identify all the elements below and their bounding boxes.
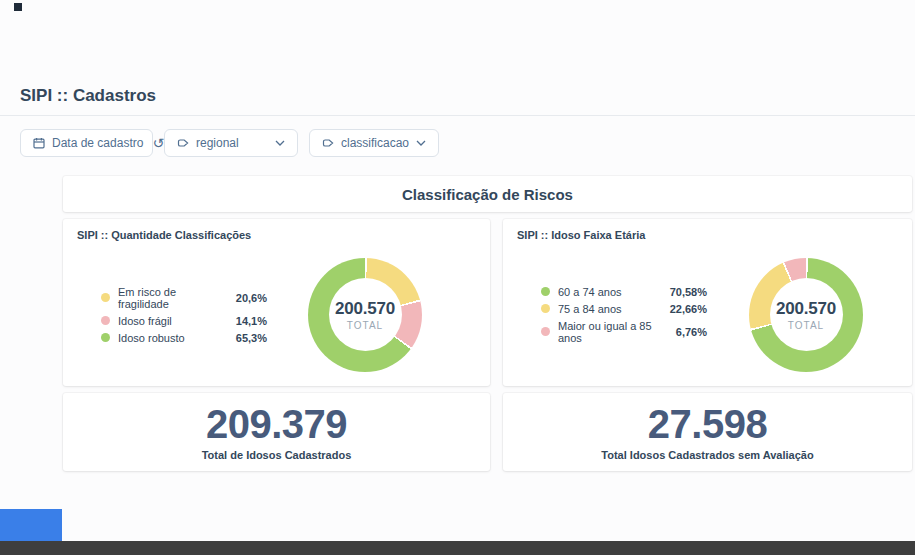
chart-legend: Em risco de fragilidade 20,6% Idoso frág… <box>101 286 267 344</box>
legend-label: 60 a 74 anos <box>558 286 664 298</box>
donut-total-label: TOTAL <box>347 320 383 331</box>
stat-value: 209.379 <box>206 403 347 445</box>
filter-bar: Data de cadastro ↺ regional classifi <box>20 129 439 157</box>
tag-icon <box>322 137 334 149</box>
legend-value: 6,76% <box>676 326 707 338</box>
legend-item: Em risco de fragilidade 20,6% <box>101 286 267 310</box>
chevron-down-icon <box>275 140 285 146</box>
bottom-left-blue-box <box>0 509 62 541</box>
legend-value: 70,58% <box>670 286 707 298</box>
chart-card-quantidade-classificacoes: SIPI :: Quantidade Classificações Em ris… <box>63 219 490 386</box>
legend-label: 75 a 84 anos <box>558 303 664 315</box>
chart-card-faixa-etaria: SIPI :: Idoso Faixa Etária 60 a 74 anos … <box>503 219 912 386</box>
legend-dot <box>101 316 110 325</box>
bottom-bar <box>0 541 915 555</box>
legend-value: 14,1% <box>236 315 267 327</box>
donut-chart-faixa-etaria[interactable]: 200.570 TOTAL <box>749 258 863 372</box>
chevron-down-icon <box>416 140 426 146</box>
legend-item: 75 a 84 anos 22,66% <box>541 303 707 315</box>
stat-label: Total de Idosos Cadastrados <box>202 449 352 461</box>
legend-value: 65,3% <box>236 332 267 344</box>
chart-title: SIPI :: Quantidade Classificações <box>77 229 490 241</box>
chart-title: SIPI :: Idoso Faixa Etária <box>517 229 912 241</box>
stat-card-total-cadastrados: 209.379 Total de Idosos Cadastrados <box>63 393 490 471</box>
filter-label: regional <box>196 136 239 150</box>
legend-dot <box>541 287 550 296</box>
tag-icon <box>177 137 189 149</box>
donut-total-value: 200.570 <box>335 299 395 319</box>
top-left-dot <box>14 3 22 11</box>
section-header-card: Classificação de Riscos <box>63 176 912 212</box>
legend-item: Maior ou igual a 85 anos 6,76% <box>541 320 707 344</box>
filter-data-de-cadastro[interactable]: Data de cadastro ↺ <box>20 129 153 157</box>
legend-label: Em risco de fragilidade <box>118 286 230 310</box>
legend-item: Idoso frágil 14,1% <box>101 315 267 327</box>
donut-center: 200.570 TOTAL <box>770 278 843 351</box>
chart-legend: 60 a 74 anos 70,58% 75 a 84 anos 22,66% … <box>541 286 707 344</box>
legend-value: 20,6% <box>236 292 267 304</box>
legend-item: 60 a 74 anos 70,58% <box>541 286 707 298</box>
legend-dot <box>541 304 550 313</box>
legend-dot <box>101 293 110 302</box>
legend-dot <box>101 333 110 342</box>
legend-value: 22,66% <box>670 303 707 315</box>
legend-label: Idoso robusto <box>118 332 230 344</box>
header-divider <box>0 115 915 116</box>
stats-row: 209.379 Total de Idosos Cadastrados 27.5… <box>63 393 912 471</box>
filter-label: Data de cadastro <box>52 136 143 150</box>
section-title: Classificação de Riscos <box>402 186 573 203</box>
stat-value: 27.598 <box>648 403 767 445</box>
legend-dot <box>541 327 550 336</box>
legend-label: Maior ou igual a 85 anos <box>558 320 670 344</box>
charts-row: SIPI :: Quantidade Classificações Em ris… <box>63 219 912 386</box>
filter-label: classificacao <box>341 136 409 150</box>
refresh-icon[interactable]: ↺ <box>152 136 164 150</box>
stat-card-sem-avaliacao: 27.598 Total Idosos Cadastrados sem Aval… <box>503 393 912 471</box>
stat-label: Total Idosos Cadastrados sem Avaliação <box>601 449 813 461</box>
donut-total-label: TOTAL <box>788 320 824 331</box>
dashboard-content: Classificação de Riscos SIPI :: Quantida… <box>63 176 912 471</box>
page-title: SIPI :: Cadastros <box>20 86 156 106</box>
calendar-icon <box>33 137 45 149</box>
donut-total-value: 200.570 <box>776 299 836 319</box>
legend-item: Idoso robusto 65,3% <box>101 332 267 344</box>
legend-label: Idoso frágil <box>118 315 230 327</box>
filter-regional[interactable]: regional <box>164 129 298 157</box>
filter-classificacao[interactable]: classificacao <box>309 129 439 157</box>
donut-center: 200.570 TOTAL <box>329 278 402 351</box>
donut-chart-classificacoes[interactable]: 200.570 TOTAL <box>308 258 422 372</box>
